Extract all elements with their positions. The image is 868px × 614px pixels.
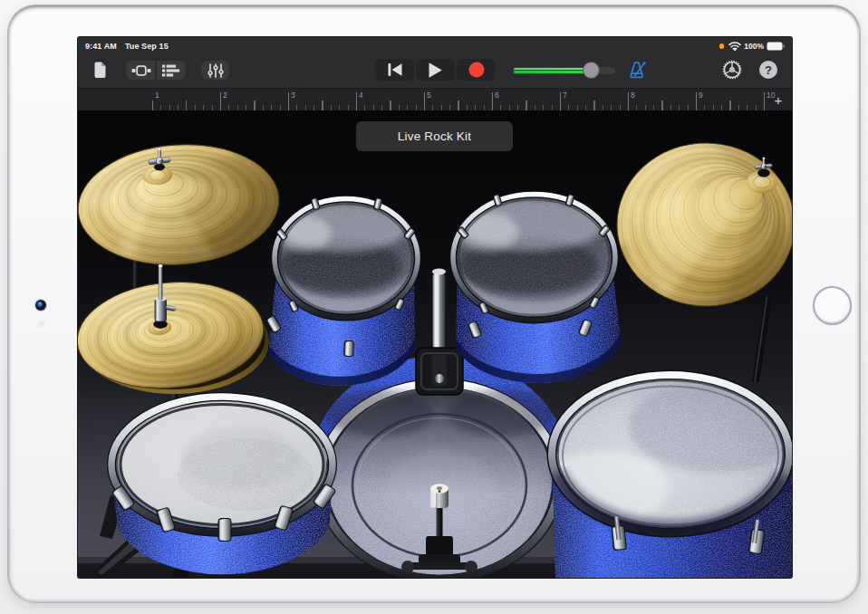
status-date: Tue Sep 15 [125,42,169,51]
front-camera [35,300,46,311]
ruler-bar-number: 1 [155,91,159,100]
ruler-bar-number: 5 [427,91,431,100]
drum-kit-scene [78,110,792,578]
view-toggle [126,61,186,80]
battery-icon [767,42,785,51]
volume-slider[interactable] [513,67,615,74]
timeline-ruler[interactable]: + 12345678910 [78,88,792,110]
instrument-view-button[interactable] [126,61,156,80]
status-bar: 9:41 AM Tue Sep 15 100% [78,37,792,55]
track-controls-button[interactable] [201,61,229,80]
metronome-button[interactable] [627,60,649,80]
ruler-bar-number: 2 [223,91,227,100]
settings-gear-icon [722,60,742,80]
ruler-bar-number: 6 [495,91,499,100]
volume-fill-low [514,71,588,73]
tracks-view-button[interactable] [156,61,186,80]
rack-tom-2[interactable] [453,194,621,383]
settings-button[interactable] [722,60,742,80]
tracks-view-icon [162,64,180,77]
kit-selector-button[interactable]: Live Rock Kit [356,121,513,151]
volume-fill [514,68,588,71]
ruler-bar-number: 4 [359,91,363,100]
rack-tom-1[interactable] [265,197,418,386]
record-button[interactable] [457,59,496,81]
record-icon [468,62,485,78]
control-bar: ? [78,55,792,88]
ruler-bar-number: 10 [767,91,775,100]
ruler-bar-number: 3 [291,91,295,100]
instrument-view-icon [131,64,151,77]
volume-knob[interactable] [583,62,600,79]
status-time: 9:41 AM [85,42,117,51]
wifi-icon [728,42,741,51]
home-button[interactable] [813,286,852,325]
ruler-bar-number: 8 [631,91,635,100]
light-sensor [38,321,44,327]
mixer-icon [207,63,224,78]
floor-tom[interactable] [535,372,792,578]
my-songs-button[interactable] [88,58,111,82]
play-button[interactable] [416,59,455,81]
document-icon [93,62,107,78]
help-button[interactable]: ? [759,61,777,79]
ruler-bar-number: 9 [699,91,703,100]
snare-drum[interactable] [92,397,336,578]
orange-privacy-dot [719,43,725,49]
ruler-bar-number: 7 [563,91,567,100]
metronome-icon [628,61,648,79]
rewind-icon [387,62,403,77]
rewind-button[interactable] [375,59,414,81]
battery-percent: 100% [744,42,764,51]
drums-instrument-area: Live Rock Kit [78,110,792,578]
garageband-screen: 9:41 AM Tue Sep 15 100% [78,37,792,578]
ipad-frame: 9:41 AM Tue Sep 15 100% [7,5,861,603]
play-icon [428,62,443,79]
